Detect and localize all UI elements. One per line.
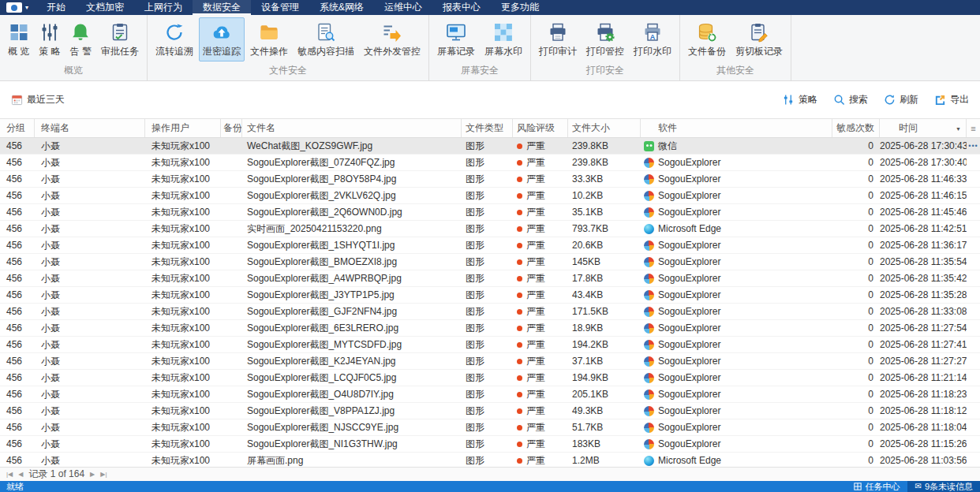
column-header-size[interactable]: 文件大小 bbox=[568, 119, 641, 137]
cell-filetype: 图形 bbox=[462, 322, 513, 335]
unread-messages-button[interactable]: ✉ 9条未读信息 bbox=[907, 481, 980, 492]
app-icon bbox=[644, 390, 654, 400]
app-name: 微信 bbox=[658, 140, 677, 153]
column-header-backup[interactable]: 备份 bbox=[221, 119, 242, 137]
cell-group: 456 bbox=[0, 223, 35, 234]
ribbon-btn-outgoing-control[interactable]: 文件外发管控 bbox=[360, 17, 425, 62]
table-row[interactable]: 456 小聂 未知玩家x100 实时画面_20250421153220.png … bbox=[0, 221, 980, 237]
table-row[interactable]: 456 小聂 未知玩家x100 SogouExplorer截图_GJF2NFN4… bbox=[0, 304, 980, 320]
app-logo-menu[interactable]: ▾ bbox=[0, 0, 36, 15]
ribbon-btn-overview[interactable]: 概 览 bbox=[4, 17, 33, 62]
table-row[interactable]: 456 小聂 未知玩家x100 SogouExplorer截图_2Q6OWN0D… bbox=[0, 204, 980, 221]
ribbon-btn-print-watermark[interactable]: A 打印水印 bbox=[630, 17, 675, 62]
ribbon-btn-print-audit[interactable]: 打印审计 bbox=[535, 17, 581, 62]
app-name: SogouExplorer bbox=[658, 190, 720, 201]
table-row[interactable]: 456 小聂 未知玩家x100 SogouExplorer截图_6E3LRERO… bbox=[0, 320, 980, 337]
table-row[interactable]: 456 小聂 未知玩家x100 SogouExplorer截图_A4WPRBQP… bbox=[0, 270, 980, 287]
menu-item-device-mgmt[interactable]: 设备管理 bbox=[251, 0, 309, 15]
table-row[interactable]: 456 小聂 未知玩家x100 屏幕画面.png 图形 严重 1.2MB Mic… bbox=[0, 453, 980, 467]
table-row[interactable]: 456 小聂 未知玩家x100 SogouExplorer截图_2VKLV62Q… bbox=[0, 188, 980, 204]
app-icon bbox=[644, 174, 654, 184]
ribbon-btn-file-operations[interactable]: 文件操作 bbox=[246, 17, 292, 62]
column-header-filename[interactable]: 文件名 bbox=[242, 119, 462, 137]
ribbon-btn-screen-watermark[interactable]: 屏幕水印 bbox=[481, 17, 526, 62]
prev-page-button[interactable]: ◀ bbox=[18, 472, 23, 478]
column-header-user[interactable]: 操作用户 bbox=[145, 119, 221, 137]
table-row[interactable]: 456 小聂 未知玩家x100 SogouExplorer截图_V8PPA1ZJ… bbox=[0, 403, 980, 419]
export-button[interactable]: 导出 bbox=[934, 93, 969, 106]
ribbon-btn-clipboard-record[interactable]: 剪切板记录 bbox=[731, 17, 787, 62]
refresh-button[interactable]: 刷新 bbox=[884, 93, 918, 106]
column-header-risk[interactable]: 风险评级 bbox=[513, 119, 568, 137]
column-header-app[interactable]: 软件 bbox=[641, 119, 832, 137]
ribbon-btn-label: 文件操作 bbox=[250, 45, 288, 58]
last-page-button[interactable]: ▶| bbox=[100, 472, 107, 478]
table-row[interactable]: 456 小聂 未知玩家x100 WeChat截图_KOZS9GWF.jpg 图形… bbox=[0, 138, 980, 155]
strategy-label: 策略 bbox=[799, 93, 817, 106]
table-row[interactable]: 456 小聂 未知玩家x100 SogouExplorer截图_P8OY58P4… bbox=[0, 171, 980, 188]
menu-item-ops-center[interactable]: 运维中心 bbox=[374, 0, 432, 15]
ribbon-btn-file-backup[interactable]: 文件备份 bbox=[684, 17, 730, 62]
menu-item-system-network[interactable]: 系统&网络 bbox=[309, 0, 374, 15]
table-row[interactable]: 456 小聂 未知玩家x100 SogouExplorer截图_LCQJF0C5… bbox=[0, 370, 980, 386]
ribbon-btn-leak-trace[interactable]: 泄密追踪 bbox=[199, 17, 245, 62]
risk-level-text: 严重 bbox=[526, 388, 545, 401]
table-row[interactable]: 456 小聂 未知玩家x100 SogouExplorer截图_07Z40FQZ… bbox=[0, 155, 980, 171]
task-center-button[interactable]: 任务中心 bbox=[846, 481, 907, 492]
risk-severity-dot bbox=[517, 193, 522, 199]
cell-risk: 严重 bbox=[513, 371, 568, 385]
app-icon bbox=[644, 406, 654, 416]
cell-filetype: 图形 bbox=[462, 355, 513, 368]
menu-item-doc-encryption[interactable]: 文档加密 bbox=[76, 0, 134, 15]
ribbon-btn-sensitive-scan[interactable]: 敏感内容扫描 bbox=[294, 17, 358, 62]
column-header-sensitive-count[interactable]: 敏感次数 bbox=[832, 119, 880, 137]
table-row[interactable]: 456 小聂 未知玩家x100 SogouExplorer截图_NJSCC9YE… bbox=[0, 419, 980, 436]
cell-filename: SogouExplorer截图_NJSCC9YE.jpg bbox=[242, 421, 462, 434]
search-button[interactable]: 搜索 bbox=[833, 93, 868, 106]
cell-sensitive-count: 0 bbox=[832, 389, 880, 400]
ribbon-btn-flow-trace[interactable]: 流转追溯 bbox=[151, 17, 197, 62]
app-icon bbox=[644, 456, 654, 466]
first-page-button[interactable]: |◀ bbox=[6, 472, 13, 478]
cell-user: 未知玩家x100 bbox=[145, 189, 221, 203]
menu-item-more-features[interactable]: 更多功能 bbox=[491, 0, 549, 15]
column-header-filetype[interactable]: 文件类型 bbox=[462, 119, 513, 137]
ribbon-btn-print-control[interactable]: 打印管控 bbox=[582, 17, 628, 62]
table-row[interactable]: 456 小聂 未知玩家x100 SogouExplorer截图_K2J4EYAN… bbox=[0, 353, 980, 370]
table-row[interactable]: 456 小聂 未知玩家x100 SogouExplorer截图_J3YTP1P5… bbox=[0, 287, 980, 304]
cell-sensitive-count: 0 bbox=[832, 140, 880, 151]
menu-item-report-center[interactable]: 报表中心 bbox=[432, 0, 491, 15]
row-more-button[interactable]: ••• bbox=[967, 142, 980, 150]
menu-item-home[interactable]: 开始 bbox=[36, 0, 76, 15]
risk-level-text: 严重 bbox=[526, 173, 545, 186]
sort-descending-icon[interactable]: ▼ bbox=[956, 125, 961, 131]
column-header-time[interactable]: 时间▼ bbox=[880, 119, 967, 137]
table-row[interactable]: 456 小聂 未知玩家x100 SogouExplorer截图_BMOEZXI8… bbox=[0, 254, 980, 270]
ribbon-btn-approval-tasks[interactable]: 审批任务 bbox=[97, 17, 143, 62]
strategy-button[interactable]: 策略 bbox=[783, 93, 817, 106]
date-range-filter-button[interactable]: 最近三天 bbox=[11, 93, 65, 106]
menu-item-web-behavior[interactable]: 上网行为 bbox=[134, 0, 193, 15]
next-page-button[interactable]: ▶ bbox=[90, 472, 95, 478]
table-row[interactable]: 456 小聂 未知玩家x100 SogouExplorer截图_NI1G3THW… bbox=[0, 436, 980, 453]
menu-item-data-security[interactable]: 数据安全 bbox=[193, 0, 251, 15]
table-row[interactable]: 456 小聂 未知玩家x100 SogouExplorer截图_MYTCSDFD… bbox=[0, 337, 980, 353]
ribbon-btn-screen-record[interactable]: 屏幕记录 bbox=[433, 17, 479, 62]
cell-time: 2025-06-28 11:18:12 bbox=[880, 405, 967, 416]
table-row[interactable]: 456 小聂 未知玩家x100 SogouExplorer截图_1SHYQT1I… bbox=[0, 237, 980, 254]
column-header-group[interactable]: 分组 bbox=[0, 119, 35, 137]
ribbon-btn-strategy[interactable]: 策 略 bbox=[35, 17, 64, 62]
cell-terminal: 小聂 bbox=[35, 388, 145, 401]
app-name: SogouExplorer bbox=[658, 157, 720, 168]
cell-app: SogouExplorer bbox=[641, 405, 832, 416]
cloud-upload-icon bbox=[211, 22, 232, 43]
column-options-button[interactable]: ≡ bbox=[967, 119, 980, 137]
cell-user: 未知玩家x100 bbox=[145, 206, 221, 219]
app-icon bbox=[644, 340, 654, 350]
column-header-terminal[interactable]: 终端名 bbox=[35, 119, 145, 137]
ribbon-btn-alert[interactable]: 告 警 bbox=[66, 17, 95, 62]
table-row[interactable]: 456 小聂 未知玩家x100 SogouExplorer截图_O4U8D7IY… bbox=[0, 386, 980, 403]
cell-filename: SogouExplorer截图_J3YTP1P5.jpg bbox=[242, 289, 462, 302]
cell-user: 未知玩家x100 bbox=[145, 371, 221, 385]
cell-user: 未知玩家x100 bbox=[145, 454, 221, 468]
